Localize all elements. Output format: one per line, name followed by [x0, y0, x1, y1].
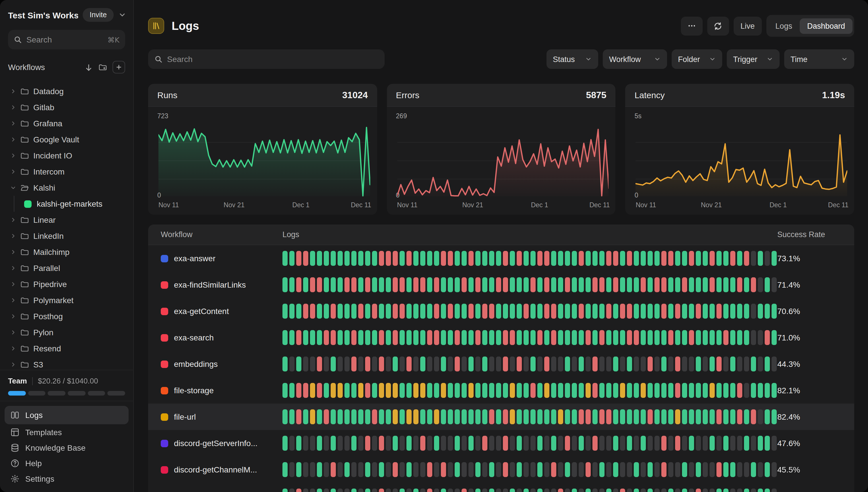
log-bar[interactable]: [468, 330, 474, 345]
log-bar[interactable]: [517, 330, 522, 345]
log-bar[interactable]: [586, 462, 591, 477]
log-bar[interactable]: [475, 383, 480, 398]
log-bar[interactable]: [675, 409, 680, 424]
log-bar[interactable]: [296, 409, 301, 424]
log-bar[interactable]: [344, 436, 350, 451]
log-bar[interactable]: [654, 409, 660, 424]
log-bar[interactable]: [689, 356, 694, 371]
log-bar[interactable]: [468, 462, 474, 477]
log-bar[interactable]: [324, 462, 329, 477]
log-bar[interactable]: [544, 409, 549, 424]
log-bar[interactable]: [351, 251, 356, 266]
log-bar[interactable]: [613, 251, 618, 266]
log-bar[interactable]: [317, 304, 322, 319]
log-bar[interactable]: [365, 304, 370, 319]
log-bar[interactable]: [654, 489, 660, 492]
log-bar[interactable]: [716, 356, 722, 371]
log-bar[interactable]: [406, 356, 412, 371]
log-bar[interactable]: [737, 462, 742, 477]
log-bar[interactable]: [338, 462, 343, 477]
log-bar[interactable]: [455, 462, 460, 477]
log-bar[interactable]: [448, 356, 453, 371]
log-bar[interactable]: [282, 436, 288, 451]
log-bar[interactable]: [331, 462, 336, 477]
log-bar[interactable]: [751, 436, 756, 451]
log-bar[interactable]: [772, 330, 777, 345]
log-bar[interactable]: [289, 436, 295, 451]
log-bar[interactable]: [716, 436, 722, 451]
log-bar[interactable]: [324, 489, 329, 492]
log-bar[interactable]: [351, 489, 356, 492]
log-bar[interactable]: [372, 251, 377, 266]
log-bar[interactable]: [379, 383, 384, 398]
log-bar[interactable]: [365, 356, 370, 371]
log-bar[interactable]: [654, 330, 660, 345]
log-bar[interactable]: [765, 304, 770, 319]
log-bar[interactable]: [482, 277, 488, 292]
log-bar[interactable]: [689, 304, 694, 319]
log-bar[interactable]: [289, 304, 295, 319]
log-bar[interactable]: [579, 489, 584, 492]
log-bar[interactable]: [668, 409, 673, 424]
log-bar[interactable]: [744, 489, 749, 492]
log-bar[interactable]: [386, 330, 391, 345]
log-bar[interactable]: [517, 356, 522, 371]
log-bar[interactable]: [338, 277, 343, 292]
log-bar[interactable]: [599, 277, 604, 292]
log-bar[interactable]: [434, 462, 439, 477]
log-bar[interactable]: [689, 330, 694, 345]
log-bar[interactable]: [503, 356, 508, 371]
log-bar[interactable]: [710, 409, 715, 424]
log-bar[interactable]: [400, 489, 405, 492]
log-bar[interactable]: [558, 356, 563, 371]
log-bar[interactable]: [599, 436, 604, 451]
sidebar-folder-incident-io[interactable]: Incident IO: [5, 148, 129, 164]
log-bar[interactable]: [620, 304, 625, 319]
log-bar[interactable]: [344, 409, 350, 424]
log-bar[interactable]: [627, 277, 632, 292]
log-bar[interactable]: [579, 356, 584, 371]
log-bar[interactable]: [586, 277, 591, 292]
log-bar[interactable]: [710, 251, 715, 266]
log-bar[interactable]: [358, 409, 364, 424]
log-bar[interactable]: [303, 383, 308, 398]
log-bar[interactable]: [282, 489, 288, 492]
log-bar[interactable]: [324, 330, 329, 345]
log-bar[interactable]: [496, 304, 501, 319]
log-bar[interactable]: [489, 304, 494, 319]
log-bar[interactable]: [317, 436, 322, 451]
log-bar[interactable]: [475, 462, 480, 477]
log-bar[interactable]: [689, 251, 694, 266]
log-bar[interactable]: [441, 330, 446, 345]
log-bar[interactable]: [524, 277, 529, 292]
log-bar[interactable]: [544, 489, 549, 492]
log-bar[interactable]: [572, 436, 577, 451]
log-bar[interactable]: [537, 383, 543, 398]
log-bar[interactable]: [730, 304, 736, 319]
more-button[interactable]: [681, 16, 703, 35]
log-bar[interactable]: [703, 356, 708, 371]
log-bar[interactable]: [351, 330, 356, 345]
log-bar[interactable]: [482, 436, 488, 451]
log-bar[interactable]: [648, 356, 653, 371]
log-bar[interactable]: [489, 489, 494, 492]
log-bar[interactable]: [627, 356, 632, 371]
log-bar[interactable]: [344, 330, 350, 345]
log-bar[interactable]: [730, 436, 736, 451]
log-bar[interactable]: [537, 356, 543, 371]
log-bar[interactable]: [723, 304, 728, 319]
log-bar[interactable]: [765, 330, 770, 345]
log-bar[interactable]: [565, 277, 570, 292]
log-bar[interactable]: [517, 489, 522, 492]
log-bar[interactable]: [744, 277, 749, 292]
toggle-logs[interactable]: Logs: [768, 18, 800, 33]
log-bar[interactable]: [413, 489, 419, 492]
log-bar[interactable]: [606, 462, 612, 477]
log-bar[interactable]: [654, 462, 660, 477]
log-bar[interactable]: [558, 251, 563, 266]
log-bar[interactable]: [661, 436, 667, 451]
log-bar[interactable]: [772, 436, 777, 451]
sidebar-folder-gitlab[interactable]: Gitlab: [5, 99, 129, 115]
log-bar[interactable]: [654, 277, 660, 292]
log-bar[interactable]: [551, 277, 556, 292]
